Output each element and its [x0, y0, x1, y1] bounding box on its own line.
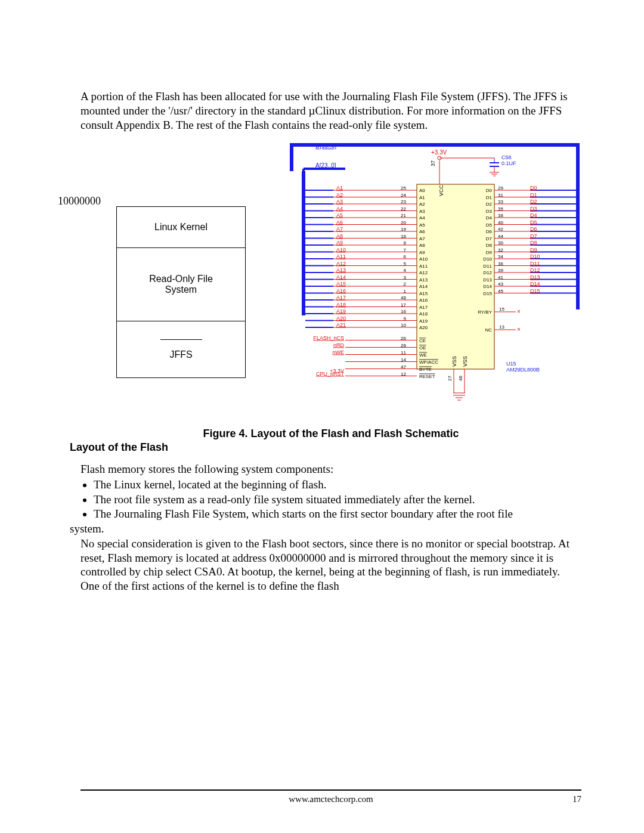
layout-rofs-label: Read-Only File System [149, 274, 213, 295]
svg-text:A18: A18 [419, 311, 428, 317]
svg-text:13: 13 [499, 324, 504, 330]
svg-text:A2: A2 [419, 202, 425, 207]
svg-text:33: 33 [498, 199, 503, 205]
svg-text:A3: A3 [336, 199, 343, 205]
svg-text:1: 1 [404, 289, 407, 294]
svg-text:D13: D13 [530, 274, 540, 280]
svg-text:A21: A21 [336, 322, 346, 328]
svg-text:27: 27 [447, 376, 453, 381]
svg-text:RY/BY: RY/BY [478, 309, 493, 315]
page-footer: www.amctechcorp.com 17 [80, 789, 581, 804]
svg-text:26: 26 [401, 336, 406, 341]
svg-text:10: 10 [401, 323, 406, 328]
svg-text:D7: D7 [486, 236, 493, 241]
svg-text:A17: A17 [419, 305, 428, 310]
svg-text:A6: A6 [336, 219, 343, 225]
svg-text:D11: D11 [483, 264, 492, 269]
layout-cell-kernel: Linux Kernel [117, 207, 245, 248]
svg-text:FLASH_nCS: FLASH_nCS [313, 335, 344, 341]
svg-text:D3: D3 [486, 209, 493, 214]
svg-text:3: 3 [404, 275, 407, 280]
svg-text:22: 22 [401, 206, 406, 212]
layout-cell-rofs: Read-Only File System [117, 248, 245, 321]
svg-text:D10: D10 [530, 253, 540, 259]
svg-text:U15: U15 [506, 361, 516, 367]
svg-text:44: 44 [498, 234, 503, 239]
svg-text:30: 30 [498, 240, 503, 246]
svg-text:A19: A19 [336, 308, 346, 314]
svg-text:D14: D14 [530, 281, 540, 287]
list-item: The root file system as a read-only file… [94, 493, 581, 507]
svg-text:D4: D4 [530, 212, 537, 218]
svg-text:19: 19 [401, 227, 406, 232]
svg-text:A20: A20 [419, 325, 428, 330]
list-item: The Journaling Flash File System, which … [94, 507, 581, 522]
svg-text:CE: CE [419, 338, 426, 343]
svg-text:12: 12 [401, 371, 406, 377]
svg-text:A10: A10 [419, 256, 428, 262]
svg-text:A14: A14 [419, 284, 428, 289]
svg-text:A8: A8 [336, 233, 343, 239]
layout-cell-jffs: JFFS [117, 321, 245, 377]
boot-paragraph: No special consideration is given to the… [80, 537, 581, 593]
svg-text:37: 37 [430, 160, 436, 166]
svg-text:23: 23 [401, 199, 406, 205]
svg-text:D2: D2 [530, 199, 537, 205]
svg-text:D4: D4 [486, 215, 493, 221]
page-number: 17 [572, 794, 581, 804]
svg-text:42: 42 [498, 227, 503, 232]
svg-text:D5: D5 [486, 222, 493, 228]
svg-text:C58: C58 [501, 154, 512, 160]
svg-text:D6: D6 [530, 226, 537, 232]
layout-kernel-label: Linux Kernel [154, 222, 208, 233]
svg-text:D14: D14 [483, 284, 492, 289]
svg-text:7: 7 [404, 247, 407, 253]
flash-schematic: VCCVSSVSSD[15..0]A[23..0]37+3.3VC580.1UF… [265, 143, 590, 417]
svg-text:18: 18 [401, 234, 406, 239]
svg-text:43: 43 [498, 281, 503, 287]
svg-text:BYTE: BYTE [419, 367, 432, 372]
svg-text:16: 16 [401, 309, 406, 314]
svg-text:OE: OE [419, 345, 426, 351]
svg-text:A17: A17 [336, 295, 346, 301]
svg-text:28: 28 [401, 343, 406, 348]
svg-text:×: × [517, 308, 521, 315]
svg-text:×: × [517, 326, 521, 333]
svg-text:A8: A8 [419, 243, 425, 248]
svg-text:A11: A11 [336, 253, 346, 259]
svg-text:A16: A16 [336, 288, 346, 294]
svg-text:A13: A13 [336, 267, 346, 273]
svg-text:47: 47 [401, 364, 406, 370]
flash-layout-diagram: 10000000 Linux Kernel Read-Only File Sys… [80, 195, 265, 378]
svg-text:A0: A0 [419, 188, 425, 193]
footer-url: www.amctechcorp.com [289, 794, 373, 804]
svg-text:0.1UF: 0.1UF [501, 160, 516, 166]
svg-text:17: 17 [401, 302, 406, 308]
svg-text:14: 14 [401, 357, 406, 363]
component-list: The Linux kernel, located at the beginni… [70, 478, 581, 522]
svg-text:A20: A20 [336, 315, 346, 321]
svg-text:A19: A19 [419, 318, 428, 324]
layout-jffs-label: JFFS [169, 349, 192, 360]
svg-text:40: 40 [498, 220, 503, 225]
svg-text:A6: A6 [419, 229, 425, 234]
svg-text:D9: D9 [486, 250, 493, 255]
svg-text:A2: A2 [336, 192, 343, 198]
svg-text:+3.3V: +3.3V [431, 149, 447, 156]
svg-text:36: 36 [498, 261, 503, 267]
svg-text:35: 35 [498, 206, 503, 212]
svg-text:A5: A5 [336, 212, 343, 218]
svg-text:A1: A1 [336, 185, 343, 191]
svg-text:8: 8 [404, 240, 407, 246]
svg-text:RESET: RESET [419, 374, 435, 379]
svg-text:A5: A5 [419, 222, 425, 228]
svg-text:20: 20 [401, 220, 406, 225]
svg-text:D10: D10 [483, 256, 492, 262]
svg-text:D5: D5 [530, 219, 537, 225]
svg-text:WE: WE [419, 352, 427, 358]
svg-text:4: 4 [404, 268, 407, 273]
svg-text:D11: D11 [530, 261, 540, 267]
svg-text:VSS: VSS [451, 356, 457, 367]
svg-text:D7: D7 [530, 233, 537, 239]
svg-text:A15: A15 [336, 281, 346, 287]
